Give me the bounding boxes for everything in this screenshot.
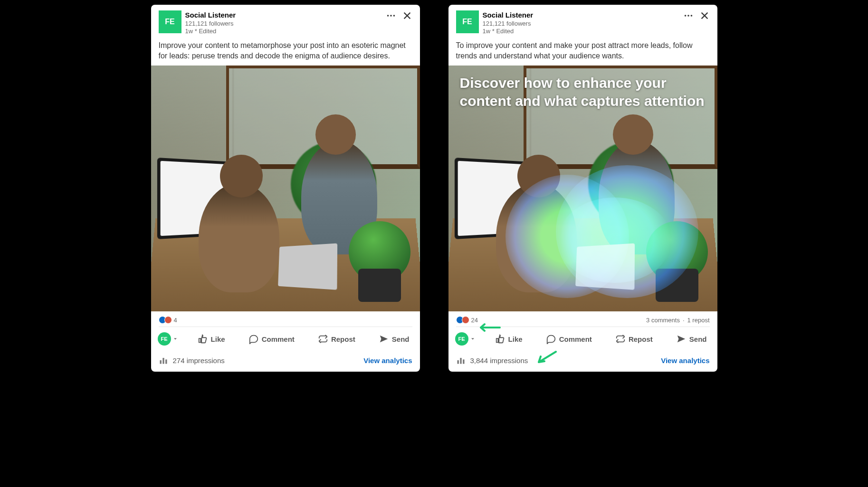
- post-header-text: Social Listener 121,121 followers 1w * E…: [185, 10, 382, 36]
- send-label: Send: [392, 335, 410, 343]
- svg-point-1: [390, 15, 392, 17]
- comment-button[interactable]: Comment: [542, 331, 596, 347]
- svg-point-0: [387, 15, 389, 17]
- image-overlay-text: Discover how to enhance your content and…: [460, 74, 706, 110]
- like-label: Like: [508, 335, 523, 343]
- reaction-icons: [159, 316, 172, 324]
- author-avatar[interactable]: FE: [159, 10, 181, 33]
- svg-point-6: [684, 15, 686, 17]
- post-body-text: To improve your content and make your po…: [448, 37, 717, 66]
- view-analytics-link[interactable]: View analytics: [363, 356, 412, 365]
- comment-icon: [248, 334, 259, 344]
- post-header: FE Social Listener 121,121 followers 1w …: [448, 5, 717, 37]
- author-avatar[interactable]: FE: [456, 10, 479, 33]
- like-button[interactable]: Like: [194, 331, 229, 347]
- reactions-count: 24: [471, 317, 478, 324]
- action-row: FE Like Comment Repost Send: [151, 327, 420, 351]
- svg-point-8: [690, 15, 692, 17]
- comment-label: Comment: [262, 335, 295, 343]
- comment-button[interactable]: Comment: [245, 331, 298, 347]
- repost-icon: [615, 334, 626, 344]
- engagement-row: 24 3 comments · 1 repost: [448, 311, 717, 327]
- bar-chart-icon: [159, 356, 168, 365]
- svg-rect-5: [165, 360, 167, 364]
- social-post-left: FE Social Listener 121,121 followers 1w …: [151, 5, 420, 372]
- thumbs-up-icon: [495, 334, 506, 344]
- chevron-down-icon: [470, 336, 476, 342]
- impressions-text: 3,844 impressions: [470, 356, 528, 365]
- heatmap-blob: [558, 197, 672, 283]
- post-timestamp: 1w * Edited: [185, 28, 382, 36]
- post-header-actions: [683, 10, 710, 21]
- like-button[interactable]: Like: [491, 331, 526, 347]
- reposts-count: 1 repost: [687, 317, 710, 324]
- post-body-text: Improve your content to metamorphose you…: [151, 37, 420, 66]
- engagement-right[interactable]: 3 comments · 1 repost: [646, 317, 709, 324]
- comment-icon: [546, 334, 556, 344]
- repost-label: Repost: [331, 335, 355, 343]
- send-button[interactable]: Send: [672, 331, 711, 347]
- reactions[interactable]: 4: [159, 316, 177, 324]
- repost-button[interactable]: Repost: [611, 331, 657, 347]
- svg-point-2: [393, 15, 395, 17]
- post-header-text: Social Listener 121,121 followers 1w * E…: [483, 10, 679, 36]
- author-name[interactable]: Social Listener: [483, 10, 679, 20]
- reaction-love-icon: [462, 316, 469, 324]
- svg-rect-4: [162, 358, 164, 364]
- send-icon: [676, 334, 687, 344]
- close-icon[interactable]: [402, 10, 412, 21]
- svg-rect-9: [457, 360, 458, 364]
- send-label: Send: [689, 335, 707, 343]
- social-post-right: FE Social Listener 121,121 followers 1w …: [448, 5, 717, 372]
- impressions[interactable]: 3,844 impressions: [456, 356, 528, 365]
- post-header-actions: [386, 10, 412, 21]
- reactions[interactable]: 24: [456, 316, 478, 324]
- post-image[interactable]: [151, 66, 420, 311]
- svg-point-7: [687, 15, 689, 17]
- bar-chart-icon: [456, 356, 466, 365]
- comment-label: Comment: [559, 335, 592, 343]
- send-button[interactable]: Send: [375, 331, 413, 347]
- repost-icon: [318, 334, 328, 344]
- analytics-row: 274 impressions View analytics: [151, 351, 420, 372]
- chevron-down-icon: [172, 336, 178, 342]
- engagement-row: 4: [151, 311, 420, 327]
- like-label: Like: [211, 335, 225, 343]
- repost-label: Repost: [629, 335, 653, 343]
- follower-count: 121,121 followers: [185, 20, 382, 28]
- repost-button[interactable]: Repost: [314, 331, 359, 347]
- impressions-text: 274 impressions: [173, 356, 225, 365]
- svg-rect-11: [463, 360, 464, 364]
- send-icon: [379, 334, 389, 344]
- reaction-icons: [456, 316, 469, 324]
- impressions[interactable]: 274 impressions: [159, 356, 225, 365]
- close-icon[interactable]: [699, 10, 710, 21]
- reactions-count: 4: [174, 317, 177, 324]
- svg-rect-10: [460, 358, 461, 364]
- comments-count: 3 comments: [646, 317, 680, 324]
- action-row: FE Like Comment Repost Send: [448, 327, 717, 351]
- post-image[interactable]: Discover how to enhance your content and…: [448, 66, 717, 311]
- follower-count: 121,121 followers: [483, 20, 679, 28]
- reaction-love-icon: [164, 316, 172, 324]
- post-header: FE Social Listener 121,121 followers 1w …: [151, 5, 420, 37]
- author-name[interactable]: Social Listener: [185, 10, 382, 20]
- commenter-selector[interactable]: FE: [455, 332, 476, 346]
- view-analytics-link[interactable]: View analytics: [661, 356, 709, 365]
- more-icon[interactable]: [386, 10, 396, 21]
- commenter-avatar: FE: [455, 332, 468, 346]
- commenter-selector[interactable]: FE: [158, 332, 178, 346]
- dot-separator: ·: [683, 317, 685, 324]
- svg-rect-3: [160, 360, 161, 364]
- analytics-row: 3,844 impressions View analytics: [448, 351, 717, 372]
- post-timestamp: 1w * Edited: [483, 28, 679, 36]
- more-icon[interactable]: [683, 10, 694, 21]
- commenter-avatar: FE: [158, 332, 171, 346]
- thumbs-up-icon: [198, 334, 208, 344]
